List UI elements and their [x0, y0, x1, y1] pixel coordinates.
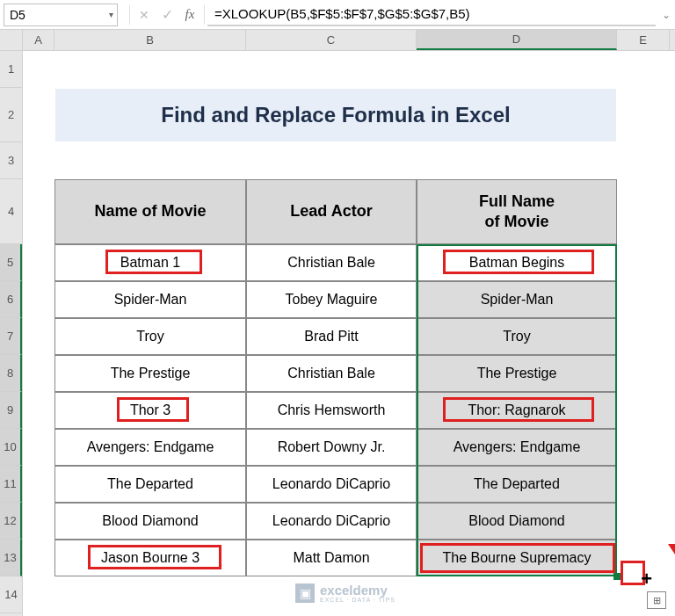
- fill-cursor-icon: +: [641, 568, 652, 591]
- watermark-icon: ▣: [295, 583, 315, 603]
- cell-c10[interactable]: Robert Downy Jr.: [246, 429, 417, 466]
- row-header-5[interactable]: 5: [0, 244, 22, 281]
- cell-d12[interactable]: Blood Diamond: [417, 503, 617, 540]
- chevron-down-icon[interactable]: ▾: [109, 10, 113, 19]
- fill-handle[interactable]: [613, 573, 621, 580]
- row-headers: 1 2 3 4 5 6 7 8 9 10 11 12 13 14: [0, 30, 23, 616]
- cell-c8[interactable]: Christian Bale: [246, 355, 417, 392]
- insert-function-icon[interactable]: fx: [178, 4, 201, 26]
- cell-b10[interactable]: Avengers: Endgame: [54, 429, 246, 466]
- cell-d11[interactable]: The Departed: [417, 466, 617, 503]
- col-header-b[interactable]: B: [54, 30, 246, 50]
- row-header-13[interactable]: 13: [0, 540, 22, 576]
- cell-c13[interactable]: Matt Damon: [246, 540, 417, 576]
- select-all-corner[interactable]: [0, 30, 22, 51]
- cell-b9[interactable]: Thor 3: [54, 392, 246, 429]
- col-header-d[interactable]: D: [417, 30, 617, 50]
- cell-b6[interactable]: Spider-Man: [54, 281, 246, 318]
- row-header-2[interactable]: 2: [0, 88, 22, 142]
- cell-c5[interactable]: Christian Bale: [246, 244, 417, 281]
- autofill-options-icon[interactable]: ⊞: [647, 591, 666, 609]
- data-table: Name of Movie Lead Actor Full Name of Mo…: [54, 179, 617, 576]
- cancel-icon[interactable]: ✕: [133, 4, 156, 26]
- formula-expand-icon[interactable]: ⌄: [657, 9, 675, 21]
- cell-d13[interactable]: The Bourne Supremacy: [417, 540, 617, 576]
- row-header-14[interactable]: 14: [0, 576, 22, 613]
- cell-b7[interactable]: Troy: [54, 318, 246, 355]
- title-cell[interactable]: Find and Replace Formula in Excel: [54, 88, 617, 142]
- cell-c9[interactable]: Chris Hemsworth: [246, 392, 417, 429]
- cell-d8[interactable]: The Prestige: [417, 355, 617, 392]
- row-header-1[interactable]: 1: [0, 51, 22, 88]
- cell-d5[interactable]: Batman Begins: [417, 244, 617, 281]
- name-box-value: D5: [10, 8, 25, 22]
- header-name-movie[interactable]: Name of Movie: [54, 179, 246, 244]
- row-header-11[interactable]: 11: [0, 466, 22, 503]
- row-header-9[interactable]: 9: [0, 392, 22, 429]
- row-header-7[interactable]: 7: [0, 318, 22, 355]
- col-header-e[interactable]: E: [617, 30, 670, 50]
- cell-d7[interactable]: Troy: [417, 318, 617, 355]
- col-headers: A B C D E: [23, 30, 675, 51]
- row-header-10[interactable]: 10: [0, 429, 22, 466]
- row-header-8[interactable]: 8: [0, 355, 22, 392]
- name-box[interactable]: D5 ▾: [4, 4, 118, 26]
- watermark: ▣ exceldemy EXCEL · DATA · TIPS: [295, 583, 396, 603]
- cell-b12[interactable]: Blood Diamond: [54, 503, 246, 540]
- cell-d6[interactable]: Spider-Man: [417, 281, 617, 318]
- col-header-a[interactable]: A: [23, 30, 54, 50]
- row-header-6[interactable]: 6: [0, 281, 22, 318]
- cell-b13[interactable]: Jason Bourne 3: [54, 540, 246, 576]
- cell-c7[interactable]: Brad Pitt: [246, 318, 417, 355]
- formula-input[interactable]: =XLOOKUP(B5,$F$5:$F$7,$G$5:$G$7,B5): [207, 4, 656, 26]
- sheet-area: 1 2 3 4 5 6 7 8 9 10 11 12 13 14 A B C D…: [0, 30, 675, 616]
- cell-b8[interactable]: The Prestige: [54, 355, 246, 392]
- grid-area: A B C D E Find and Replace Formula in Ex…: [23, 30, 675, 616]
- cell-d10[interactable]: Avengers: Endgame: [417, 429, 617, 466]
- cell-b11[interactable]: The Departed: [54, 466, 246, 503]
- confirm-icon[interactable]: ✓: [156, 4, 178, 26]
- cell-c11[interactable]: Leonardo DiCaprio: [246, 466, 417, 503]
- header-lead-actor[interactable]: Lead Actor: [246, 179, 417, 244]
- row-header-4[interactable]: 4: [0, 179, 22, 244]
- cell-c6[interactable]: Tobey Maguire: [246, 281, 417, 318]
- cell-c12[interactable]: Leonardo DiCaprio: [246, 503, 417, 540]
- cell-d9[interactable]: Thor: Ragnarok: [417, 392, 617, 429]
- row-header-3[interactable]: 3: [0, 142, 22, 179]
- col-header-c[interactable]: C: [246, 30, 417, 50]
- header-full-name[interactable]: Full Name of Movie: [417, 179, 617, 244]
- formula-bar: D5 ▾ ✕ ✓ fx =XLOOKUP(B5,$F$5:$F$7,$G$5:$…: [0, 0, 675, 30]
- cell-b5[interactable]: Batman 1: [54, 244, 246, 281]
- row-header-12[interactable]: 12: [0, 503, 22, 540]
